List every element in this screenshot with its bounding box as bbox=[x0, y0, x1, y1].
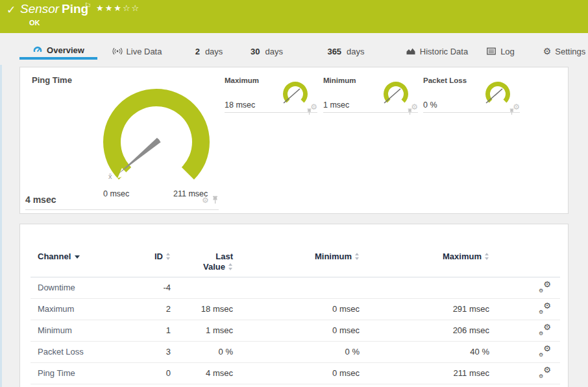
gauge-scale-min: 0 msec bbox=[103, 189, 129, 198]
sort-icon bbox=[485, 253, 489, 260]
mini-gauge-title: Packet Loss bbox=[423, 76, 467, 84]
mini-gauge-value: 1 msec bbox=[323, 100, 349, 110]
channel-maximum: 211 msec bbox=[362, 362, 492, 384]
minimum-gauge bbox=[379, 78, 413, 111]
tab-label: Settings bbox=[555, 47, 585, 56]
channel-maximum: 40 % bbox=[362, 341, 492, 362]
column-header-minimum[interactable]: Minimum bbox=[236, 248, 362, 277]
channel-maximum: 206 msec bbox=[362, 320, 492, 341]
packet-loss-gauge bbox=[481, 78, 515, 111]
channel-table: Channel ID Last Value Minimum Maximum bbox=[31, 248, 560, 384]
channel-minimum: 0 msec bbox=[236, 362, 362, 384]
pin-icon[interactable] bbox=[306, 108, 312, 115]
mini-gauge-title: Minimum bbox=[323, 76, 356, 84]
channel-settings-icon[interactable]: ⚙⚙ bbox=[539, 282, 551, 293]
tab-live-data[interactable]: Live Data bbox=[104, 43, 170, 60]
priority-stars[interactable]: ★★★☆☆ bbox=[96, 3, 140, 13]
channel-name[interactable]: Downtime bbox=[31, 277, 154, 298]
column-header-maximum[interactable]: Maximum bbox=[362, 248, 492, 277]
sensor-type-label: Sensor bbox=[20, 2, 59, 16]
live-signal-icon bbox=[112, 46, 123, 56]
tab-number: 30 bbox=[251, 47, 260, 56]
gauges-panel: Ping Time x̄ 0 msec 211 msec 4 msec ⚙ Ma… bbox=[19, 67, 569, 214]
channel-maximum bbox=[362, 277, 492, 298]
mini-gauge-maximum: Maximum 18 msec ⚙ bbox=[225, 73, 317, 113]
mini-gauge-packet-loss: Packet Loss 0 % ⚙ bbox=[423, 73, 520, 113]
maximum-gauge bbox=[278, 78, 312, 111]
channel-minimum bbox=[236, 277, 362, 298]
chart-icon bbox=[406, 46, 416, 56]
mini-gauge-value: 18 msec bbox=[225, 100, 255, 110]
channel-last-value: 1 msec bbox=[173, 320, 236, 341]
tab-label: days bbox=[265, 47, 283, 56]
prtg-sensor-page: ✓ Sensor Ping ⚐ ★★★☆☆ OK Overview Live D… bbox=[0, 0, 588, 387]
channel-name[interactable]: Minimum bbox=[31, 320, 154, 341]
pin-icon[interactable] bbox=[407, 108, 413, 115]
channel-minimum: 0 msec bbox=[236, 320, 362, 341]
tab-overview[interactable]: Overview bbox=[19, 43, 97, 60]
mini-gauge-value: 0 % bbox=[423, 100, 437, 110]
gear-icon: ⚙ bbox=[543, 47, 552, 56]
tab-number: 2 bbox=[195, 47, 200, 56]
table-row-maximum: Maximum 2 18 msec 0 msec 291 msec ⚙⚙ bbox=[31, 298, 560, 320]
column-header-channel[interactable]: Channel bbox=[31, 248, 154, 277]
channel-name[interactable]: Ping Time bbox=[31, 362, 154, 384]
table-row-downtime: Downtime -4 ⚙⚙ bbox=[31, 277, 560, 298]
gauge-icon bbox=[32, 45, 43, 55]
gauge-block-divider bbox=[25, 209, 219, 210]
channel-name[interactable]: Packet Loss bbox=[31, 341, 154, 362]
mini-gauge-title: Maximum bbox=[225, 76, 259, 84]
column-header-last-value[interactable]: Last Value bbox=[173, 248, 236, 277]
average-marker: x̄ bbox=[108, 172, 112, 180]
tab-label: Historic Data bbox=[420, 47, 468, 56]
channel-id: -4 bbox=[154, 277, 173, 298]
channel-name[interactable]: Maximum bbox=[31, 298, 154, 320]
sort-icon bbox=[355, 253, 360, 260]
pin-icon[interactable] bbox=[509, 108, 515, 115]
log-icon bbox=[486, 46, 496, 56]
column-header-id[interactable]: ID bbox=[154, 248, 173, 277]
channel-last-value: 18 msec bbox=[173, 298, 236, 320]
sort-icon bbox=[228, 263, 233, 270]
tab-2-days[interactable]: 2 days bbox=[190, 43, 228, 60]
channel-last-value: 4 msec bbox=[173, 362, 236, 384]
tab-number: 365 bbox=[327, 47, 341, 56]
channel-settings-icon[interactable]: ⚙⚙ bbox=[539, 368, 551, 379]
channel-minimum: 0 % bbox=[236, 341, 362, 362]
tab-365-days[interactable]: 365 days bbox=[322, 43, 370, 60]
sensor-header: ✓ Sensor Ping ⚐ ★★★☆☆ OK bbox=[0, 0, 588, 33]
channel-id: 2 bbox=[154, 298, 173, 320]
sort-desc-icon bbox=[75, 255, 80, 259]
ping-time-gauge bbox=[88, 80, 225, 204]
tab-label: Overview bbox=[47, 45, 84, 55]
pin-icon[interactable] bbox=[212, 196, 219, 204]
table-row-minimum: Minimum 1 1 msec 0 msec 206 msec ⚙⚙ bbox=[31, 320, 560, 341]
gauge-settings-gear-icon[interactable]: ⚙ bbox=[202, 196, 209, 204]
channel-settings-icon[interactable]: ⚙⚙ bbox=[539, 325, 551, 336]
tab-label: days bbox=[205, 47, 223, 56]
column-header-actions bbox=[492, 248, 560, 277]
channel-settings-icon[interactable]: ⚙⚙ bbox=[539, 346, 551, 357]
status-ok-check-icon: ✓ bbox=[6, 3, 16, 17]
channel-id: 3 bbox=[154, 341, 173, 362]
tab-30-days[interactable]: 30 days bbox=[245, 43, 288, 60]
channel-maximum: 291 msec bbox=[362, 298, 492, 320]
page-edge-strip bbox=[0, 65, 2, 387]
tab-settings[interactable]: ⚙ Settings bbox=[541, 43, 588, 60]
table-row-packet-loss: Packet Loss 3 0 % 0 % 40 % ⚙⚙ bbox=[31, 341, 560, 362]
channel-id: 1 bbox=[154, 320, 173, 341]
channel-table-panel: Channel ID Last Value Minimum Maximum bbox=[19, 224, 569, 387]
primary-gauge-title: Ping Time bbox=[32, 75, 72, 85]
tab-bar: Overview Live Data 2 days 30 days 365 da… bbox=[0, 33, 588, 62]
tab-label: days bbox=[347, 47, 364, 56]
channel-settings-icon[interactable]: ⚙⚙ bbox=[539, 303, 551, 314]
table-row-ping-time: Ping Time 0 4 msec 0 msec 211 msec ⚙⚙ bbox=[31, 362, 560, 384]
tab-historic-data[interactable]: Historic Data bbox=[401, 43, 472, 60]
channel-last-value bbox=[173, 277, 236, 298]
tab-label: Log bbox=[500, 47, 515, 56]
status-badge: OK bbox=[29, 19, 40, 27]
channel-last-value: 0 % bbox=[173, 341, 236, 362]
flag-icon[interactable]: ⚐ bbox=[84, 1, 92, 10]
primary-gauge-value: 4 msec bbox=[25, 194, 56, 205]
tab-log[interactable]: Log bbox=[482, 43, 519, 60]
